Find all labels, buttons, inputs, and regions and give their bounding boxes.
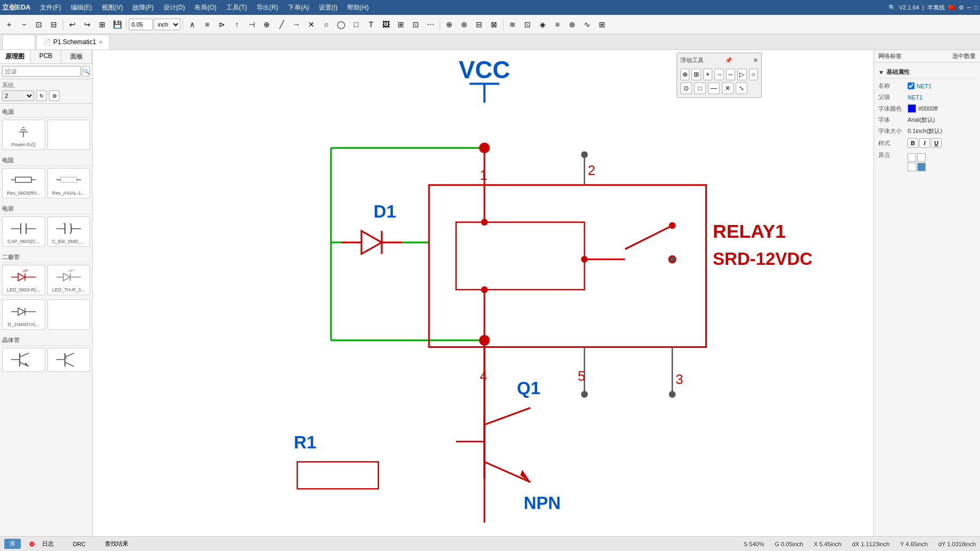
snap-btn[interactable]: ⊡ <box>409 18 423 31</box>
3d-btn[interactable]: ◈ <box>536 18 549 31</box>
bus-btn[interactable]: ≡ <box>200 18 214 31</box>
font-color-swatch[interactable] <box>908 104 916 113</box>
prop-name-checkbox[interactable] <box>908 82 915 89</box>
netpin-btn[interactable]: ⊳ <box>215 18 229 31</box>
component-btn[interactable]: ⊞ <box>95 18 109 31</box>
image-btn[interactable]: 🖼 <box>379 18 393 31</box>
origin-bl[interactable] <box>908 163 916 171</box>
status-tab-log[interactable]: 日志 <box>37 539 59 549</box>
origin-tr[interactable] <box>917 153 926 162</box>
tab-panel-lib[interactable]: 面板 <box>61 50 92 63</box>
undo-btn[interactable]: ↩ <box>65 18 79 31</box>
float-tool-11[interactable]: ✕ <box>722 82 734 94</box>
minimize-btn[interactable]: ─ <box>967 4 971 11</box>
align-btn[interactable]: ⊟ <box>472 18 486 31</box>
origin-tl[interactable] <box>908 153 916 162</box>
extra-btn[interactable]: ⊞ <box>595 18 609 31</box>
close-tab-icon[interactable]: ✕ <box>98 39 103 45</box>
float-tool-3[interactable]: + <box>703 69 712 80</box>
pcb-btn[interactable]: ⊡ <box>521 18 534 31</box>
comp-empty2[interactable] <box>47 299 90 330</box>
search-icon[interactable]: 🔍 <box>888 4 896 11</box>
settings-icon[interactable]: ⚙ <box>959 4 964 11</box>
float-tool-5[interactable]: ↔ <box>726 69 735 80</box>
floating-panel-pin-icon[interactable]: 📌 <box>725 57 732 64</box>
bom-btn[interactable]: ≡ <box>550 18 564 31</box>
float-tool-9[interactable]: □ <box>694 82 706 94</box>
maximize-btn[interactable]: □ <box>974 4 978 11</box>
comp-empty1[interactable] <box>47 120 90 150</box>
italic-btn[interactable]: I <box>919 138 930 148</box>
comp-led0603[interactable]: LED_0603-R(... <box>2 265 45 295</box>
mirror-btn[interactable]: ⊠ <box>487 18 501 31</box>
tab-home[interactable]: 开始页 <box>2 35 35 49</box>
tab-schematic-lib[interactable]: 原理图 <box>0 50 31 63</box>
zoom-in-btn[interactable]: + <box>2 18 16 31</box>
circle-btn[interactable]: ○ <box>319 18 333 31</box>
comp-bjt2[interactable] <box>47 348 90 372</box>
unit-select[interactable]: inch mm <box>154 19 180 30</box>
float-tool-6[interactable]: ▷ <box>737 69 746 80</box>
more-btn[interactable]: ⋯ <box>424 18 438 31</box>
zoom-fit-btn[interactable]: ⊡ <box>32 18 46 31</box>
comp-1n4007[interactable]: D_1N4007A(... <box>2 299 45 330</box>
wire-btn[interactable]: ∧ <box>185 18 199 31</box>
underline-btn[interactable]: U <box>931 138 942 148</box>
junction-btn[interactable]: ⊕ <box>260 18 274 31</box>
comp-ledthr[interactable]: LED_TH-R_3... <box>47 265 90 295</box>
bold-btn[interactable]: B <box>908 138 918 148</box>
menu-tools[interactable]: 工具(T) <box>222 2 251 13</box>
cross-btn[interactable]: ✕ <box>304 18 318 31</box>
zoom-value-input[interactable] <box>129 19 153 30</box>
save-btn[interactable]: 💾 <box>110 18 124 31</box>
menu-export[interactable]: 导出(R) <box>252 2 283 13</box>
float-tool-4[interactable]: → <box>714 69 723 80</box>
menu-file[interactable]: 文件(F) <box>36 2 65 13</box>
props-section-title[interactable]: ▼ 基础属性 <box>878 66 976 79</box>
place-power-btn[interactable]: ⊛ <box>457 18 471 31</box>
netlist-btn[interactable]: ≋ <box>506 18 520 31</box>
power-btn[interactable]: ↑ <box>230 18 244 31</box>
arrow-btn[interactable]: → <box>290 18 303 31</box>
text-btn[interactable]: T <box>364 18 378 31</box>
noconn-btn[interactable]: ⊣ <box>245 18 259 31</box>
canvas-area[interactable]: VCC D1 <box>93 50 874 536</box>
menu-help[interactable]: 帮助(H) <box>343 2 373 13</box>
spice-btn[interactable]: ∿ <box>580 18 594 31</box>
redo-btn[interactable]: ↪ <box>80 18 94 31</box>
float-tool-8[interactable]: ⊙ <box>680 82 692 94</box>
comp-capele[interactable]: + C_Ele_SMD_... <box>47 216 90 247</box>
float-tool-7[interactable]: ○ <box>749 69 758 80</box>
tab-schematic[interactable]: 📄 P1.Schematic1 ✕ <box>36 35 110 49</box>
status-tab-drc[interactable]: DRC <box>68 540 91 548</box>
status-tab-findresult[interactable]: 查找结果 <box>100 539 134 549</box>
tab-pcb-lib[interactable]: PCB <box>31 50 62 63</box>
menu-view[interactable]: 视图(V) <box>97 2 127 13</box>
line-btn[interactable]: ╱ <box>275 18 289 31</box>
menu-edit[interactable]: 编辑(E) <box>67 2 96 13</box>
comp-resaxial[interactable]: Res_AXIAL-1... <box>47 168 90 198</box>
system-select[interactable]: 213 <box>2 90 34 101</box>
float-tool-10[interactable]: — <box>708 82 720 94</box>
origin-br[interactable] <box>917 163 926 171</box>
menu-settings[interactable]: 设置(I) <box>315 2 342 13</box>
menu-layout[interactable]: 布局(O) <box>190 2 220 13</box>
place-comp-btn[interactable]: ⊕ <box>442 18 456 31</box>
table-btn[interactable]: ⊞ <box>394 18 408 31</box>
float-tool-1[interactable]: ⊕ <box>680 69 689 80</box>
menu-order[interactable]: 下单(A) <box>284 2 314 13</box>
zoom-out-btn[interactable]: − <box>17 18 31 31</box>
comp-power5v[interactable]: Power-5V() <box>2 120 45 150</box>
floating-panel-close-icon[interactable]: ✕ <box>753 57 758 64</box>
menu-fault[interactable]: 故障(P) <box>128 2 158 13</box>
comp-res0603[interactable]: Res_0603(R0... <box>2 168 45 198</box>
settings-lib-btn[interactable]: ⚙ <box>49 90 60 101</box>
menu-design[interactable]: 设计(D) <box>159 2 190 13</box>
refresh-lib-btn[interactable]: ↻ <box>36 90 47 101</box>
float-tool-2[interactable]: ⊞ <box>691 69 701 80</box>
zoom-area-btn[interactable]: ⊟ <box>47 18 61 31</box>
comp-bjt1[interactable] <box>2 348 45 372</box>
rect-btn[interactable]: □ <box>349 18 363 31</box>
comp-cap0603[interactable]: CAP_0603(C... <box>2 216 45 247</box>
filter-input[interactable] <box>2 66 81 77</box>
